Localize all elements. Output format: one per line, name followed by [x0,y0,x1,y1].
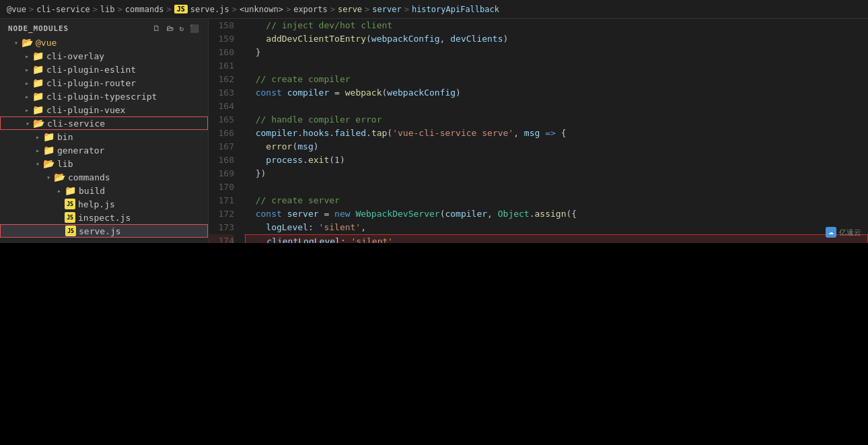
sidebar-explorer: NODE_MODULES 🗋 🗁 ↻ ⬛ 📂 @vue 📁 cli-overla… [0,19,209,243]
token: compiler [445,207,487,221]
code-line-161 [245,59,868,73]
token: ( [366,32,371,46]
sidebar-item-vue[interactable]: 📂 @vue [0,36,208,49]
token: , [393,235,398,243]
token: = [329,86,345,100]
sidebar-item-label: cli-plugin-router [46,78,136,88]
token: msg [297,140,313,153]
sidebar-item-help-js[interactable]: JS help.js [0,197,208,211]
refresh-icon[interactable]: ↻ [180,24,185,33]
token: 'vue-cli-service serve' [392,127,513,140]
token: ) [503,32,509,46]
new-file-icon[interactable]: 🗋 [153,24,161,33]
chevron-icon [22,120,33,127]
token: server [287,207,319,221]
token: ({ [567,207,577,221]
line-numbers: 158 159 160 161 162 163 164 165 166 167 … [209,19,242,243]
sidebar-item-generator[interactable]: 📁 generator [0,143,208,157]
new-folder-icon[interactable]: 🗁 [166,24,174,33]
code-line-169: }) [245,167,868,180]
breadcrumb-sep: > [93,5,98,14]
code-line-159: addDevClientToEntry(webpackConfig, devCl… [245,32,868,46]
chevron-icon [22,53,32,60]
sidebar-item-lib[interactable]: 📂 lib [0,157,208,170]
token: error [245,140,292,153]
token: . [530,207,535,221]
sidebar-item-serve-js[interactable]: JS serve.js [0,224,208,238]
breadcrumb-serve-js: serve.js [190,5,229,14]
breadcrumb-commands: commands [125,5,164,14]
js-file-icon: JS [65,226,76,236]
token: webpackConfig [387,86,456,100]
breadcrumb: @vue > cli-service > lib > commands > JS… [0,0,868,19]
sidebar-item-commands[interactable]: 📂 commands [0,170,208,184]
token: ( [440,207,445,221]
folder-icon: 📁 [32,50,44,61]
chevron-icon [32,160,43,168]
breadcrumb-sep: > [365,5,369,14]
sidebar-item-label: help.js [78,199,115,209]
breadcrumb-serve: serve [338,5,362,14]
breadcrumb-at-vue: @vue [7,5,26,14]
token: , [440,32,451,46]
chevron-icon [22,66,32,73]
folder-icon: 📂 [22,37,33,48]
sidebar-item-cli-service[interactable]: 📂 cli-service [0,116,208,130]
token: addDevClientToEntry [245,32,366,46]
chevron-icon [54,187,65,195]
code-line-166: compiler.hooks.failed.tap('vue-cli-servi… [245,127,868,140]
breadcrumb-sep: > [232,5,237,14]
code-editor: 158 159 160 161 162 163 164 165 166 167 … [209,19,868,243]
code-content[interactable]: // inject dev/hot client addDevClientToE… [242,19,868,243]
token: tap [371,127,387,140]
sidebar-item-cli-plugin-eslint[interactable]: 📁 cli-plugin-eslint [0,63,208,76]
watermark-text: 亿速云 [839,228,861,238]
code-line-165: // handle compiler error [245,113,868,127]
sidebar-item-build[interactable]: 📁 build [0,184,208,197]
chevron-icon [22,106,32,114]
token: // create compiler [245,73,351,86]
token: }) [245,167,266,180]
sidebar-item-cli-plugin-router[interactable]: 📁 cli-plugin-router [0,76,208,90]
sidebar-item-cli-plugin-vuex[interactable]: 📁 cli-plugin-vuex [0,103,208,116]
token: clientLogLevel [246,235,340,243]
chevron-icon [32,147,43,154]
token: hooks [303,127,329,140]
breadcrumb-js-badge: JS [174,5,188,13]
js-file-icon: JS [65,199,75,209]
sidebar-item-bin[interactable]: 📁 bin [0,130,208,143]
token: ) [340,153,345,167]
token: // handle compiler error [245,113,382,127]
breadcrumb-sep: > [29,5,34,14]
token: msg [524,127,540,140]
token: ) [314,140,319,153]
code-line-168: process.exit(1) [245,153,868,167]
collapse-icon[interactable]: ⬛ [190,24,200,33]
sidebar-item-cli-overlay[interactable]: 📁 cli-overlay [0,49,208,63]
chevron-icon [43,174,54,181]
sidebar-item-inspect-js[interactable]: JS inspect.js [0,211,208,224]
sidebar-title: NODE_MODULES [8,24,69,33]
breadcrumb-unknown: <unknown> [240,5,283,14]
folder-icon: 📁 [32,77,44,88]
token: => [540,127,560,140]
folder-icon: 📁 [32,91,44,102]
sidebar-item-label: build [79,186,105,196]
chevron-icon [32,133,43,141]
token: process [245,153,303,167]
breadcrumb-sep: > [286,5,291,14]
token: compiler [287,86,330,100]
token: ( [292,140,297,153]
token: ( [329,153,334,167]
token: } [245,46,260,59]
token: webpackConfig [371,32,440,46]
folder-icon: 📁 [32,64,44,75]
breadcrumb-sep: > [404,5,409,14]
chevron-icon [22,93,32,100]
token: 1 [334,153,340,167]
breadcrumb-server: server [372,5,401,14]
breadcrumb-sep: > [118,5,122,14]
bottom-panel [0,243,868,445]
sidebar-item-cli-plugin-typescript[interactable]: 📁 cli-plugin-typescript [0,90,208,103]
folder-open-icon: 📂 [43,158,55,169]
